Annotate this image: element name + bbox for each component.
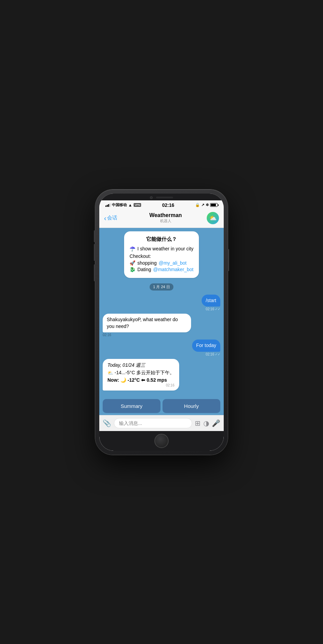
start-bubble: /start bbox=[202, 295, 220, 307]
message-row-start: /start 02:16 ✓✓ bbox=[103, 295, 220, 311]
signal-bar-2 bbox=[107, 205, 108, 207]
message-input[interactable] bbox=[114, 418, 192, 428]
action-buttons-row: Summary Hourly bbox=[99, 397, 224, 415]
weather-time: 02:16 bbox=[107, 383, 174, 387]
bluetooth-icon: ✲ bbox=[206, 203, 209, 207]
message-row-weather-info: Today, 01/24 週三 ⛅ -14...-5°C 多云开始于下午。 No… bbox=[103, 359, 220, 391]
back-label: 会话 bbox=[107, 215, 117, 221]
chat-messages: 它能做什么？ ☂️ I show weather in your city Ch… bbox=[99, 228, 224, 397]
weather-temp: ⛅ -14...-5°C 多云开始于下午。 bbox=[107, 370, 174, 376]
weather-question-time: 02:16 bbox=[103, 333, 111, 337]
signal-bars bbox=[105, 203, 111, 207]
start-time: 02:16 bbox=[206, 307, 214, 311]
signal-bar-3 bbox=[108, 204, 109, 207]
back-arrow-icon: ‹ bbox=[104, 215, 106, 221]
bot-avatar[interactable]: ⛅ bbox=[207, 212, 219, 224]
phone-screen: 中国移动 ▲ VPN 02:16 🔒 ↗ ✲ ‹ 会话 Weatherman bbox=[99, 194, 224, 451]
my-ali-bot-link[interactable]: @my_ali_bot bbox=[159, 260, 187, 266]
now-temp: -12°C bbox=[128, 377, 140, 383]
header-center: Weatherman 机器人 bbox=[124, 212, 207, 224]
for-today-meta: 02:16 ✓✓ bbox=[206, 352, 220, 356]
weather-question-bubble: ShakuyakukyoP, what weather do you need? bbox=[103, 314, 191, 332]
back-button[interactable]: ‹ 会话 bbox=[104, 215, 124, 221]
emoji-icon[interactable]: ◑ bbox=[203, 419, 209, 427]
chat-title: Weatherman bbox=[124, 212, 207, 218]
checkout-label: Checkout: bbox=[130, 253, 193, 259]
for-today-checkmarks: ✓✓ bbox=[215, 352, 220, 356]
for-today-text: For today bbox=[196, 343, 216, 348]
temp-range-text: -14...-5°C 多云开始于下午。 bbox=[115, 370, 174, 376]
welcome-line1: ☂️ I show weather in your city bbox=[130, 246, 193, 251]
avatar-icon: ⛅ bbox=[209, 214, 217, 222]
welcome-text1: I show weather in your city bbox=[137, 246, 193, 251]
attach-icon[interactable]: 📎 bbox=[103, 419, 111, 427]
start-meta: 02:16 ✓✓ bbox=[206, 307, 220, 311]
rocket-icon: 🚀 bbox=[130, 260, 135, 266]
wind-arrow-icon: ⬅ bbox=[141, 377, 145, 383]
now-label: Now: bbox=[107, 377, 119, 383]
weather-date: Today, 01/24 週三 bbox=[107, 362, 174, 368]
home-button[interactable] bbox=[154, 434, 169, 448]
status-bar: 中国移动 ▲ VPN 02:16 🔒 ↗ ✲ bbox=[99, 200, 224, 209]
speaker bbox=[156, 197, 173, 198]
dating-link-line: 🐉 Dating @matchmaker_bot bbox=[130, 267, 193, 272]
start-text: /start bbox=[206, 298, 216, 303]
signal-bar-1 bbox=[105, 205, 106, 207]
sticker-icon[interactable]: ⊞ bbox=[195, 419, 201, 427]
chat-header: ‹ 会话 Weatherman 机器人 ⛅ bbox=[99, 209, 224, 228]
battery-fill bbox=[211, 204, 216, 206]
battery-icon bbox=[210, 203, 218, 207]
lock-icon: 🔒 bbox=[195, 203, 200, 207]
volume-down-button bbox=[94, 264, 95, 281]
volume-up-button bbox=[94, 244, 95, 261]
dating-text: Dating bbox=[137, 267, 151, 272]
status-right: 🔒 ↗ ✲ bbox=[195, 203, 218, 207]
dragon-icon: 🐉 bbox=[130, 267, 135, 272]
cloud-sun-icon: ⛅ bbox=[107, 370, 113, 376]
wifi-icon: ▲ bbox=[128, 203, 132, 208]
chat-subtitle: 机器人 bbox=[124, 218, 207, 224]
input-right-icons: ⊞ ◑ 🎤 bbox=[195, 419, 220, 427]
wind-speed: 0.52 mps bbox=[147, 377, 167, 383]
moon-icon: 🌙 bbox=[120, 377, 126, 383]
welcome-title: 它能做什么？ bbox=[130, 236, 193, 243]
weather-question-text: ShakuyakukyoP, what weather do you need? bbox=[107, 317, 178, 329]
shopping-text: shopping bbox=[137, 260, 157, 266]
hourly-button[interactable]: Hourly bbox=[163, 399, 220, 413]
date-separator: 1 月 24 日 bbox=[103, 283, 220, 291]
power-button bbox=[228, 249, 229, 271]
weather-info-bubble: Today, 01/24 週三 ⛅ -14...-5°C 多云开始于下午。 No… bbox=[103, 359, 179, 391]
carrier-label: 中国移动 bbox=[112, 202, 127, 208]
signal-bar-4 bbox=[109, 203, 111, 207]
message-row-weather-question: ShakuyakukyoP, what weather do you need?… bbox=[103, 314, 220, 337]
for-today-time: 02:16 bbox=[206, 352, 214, 356]
for-today-bubble: For today bbox=[192, 340, 220, 352]
shopping-link-line: 🚀 shopping @my_ali_bot bbox=[130, 260, 193, 266]
phone-frame: 中国移动 ▲ VPN 02:16 🔒 ↗ ✲ ‹ 会话 Weatherman bbox=[95, 189, 228, 455]
front-camera bbox=[150, 196, 153, 199]
status-left: 中国移动 ▲ VPN bbox=[105, 202, 141, 208]
umbrella-icon: ☂️ bbox=[130, 246, 135, 251]
vpn-badge: VPN bbox=[134, 203, 141, 207]
mic-icon[interactable]: 🎤 bbox=[212, 419, 220, 427]
date-pill: 1 月 24 日 bbox=[150, 283, 173, 291]
message-row-for-today: For today 02:16 ✓✓ bbox=[103, 340, 220, 356]
top-bezel bbox=[99, 194, 224, 200]
weather-now: Now: 🌙 -12°C ⬅ 0.52 mps bbox=[107, 377, 174, 383]
location-icon: ↗ bbox=[201, 203, 204, 207]
matchmaker-bot-link[interactable]: @matchmaker_bot bbox=[153, 267, 193, 272]
read-checkmarks: ✓✓ bbox=[215, 307, 220, 311]
welcome-message: 它能做什么？ ☂️ I show weather in your city Ch… bbox=[124, 231, 199, 278]
status-time: 02:16 bbox=[162, 202, 174, 208]
input-bar: 📎 ⊞ ◑ 🎤 bbox=[99, 415, 224, 431]
weather-question-meta: 02:16 bbox=[103, 333, 111, 337]
home-area bbox=[99, 431, 224, 451]
summary-button[interactable]: Summary bbox=[103, 399, 160, 413]
